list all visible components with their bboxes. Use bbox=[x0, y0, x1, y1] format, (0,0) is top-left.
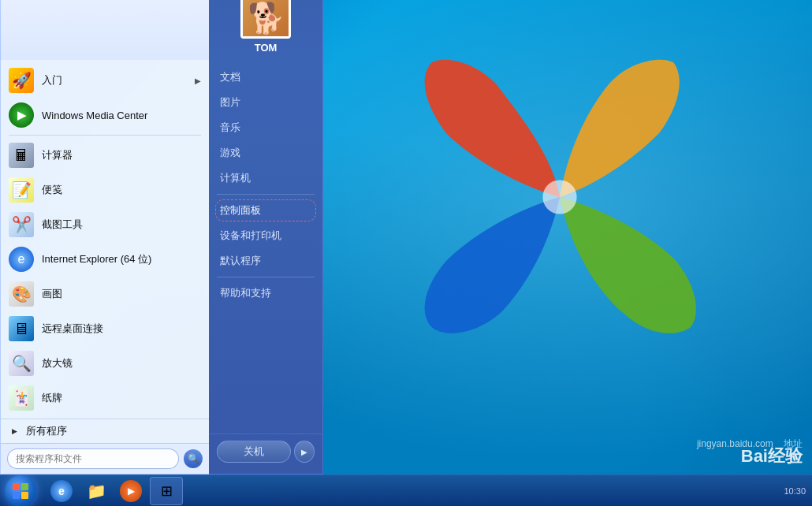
notepad-icon: 📝 bbox=[9, 177, 34, 203]
svg-point-0 bbox=[542, 180, 576, 214]
solitaire-label: 纸牌 bbox=[42, 391, 62, 405]
right-menu-pictures[interactable]: 图片 bbox=[209, 90, 322, 115]
taskbar-wmp[interactable]: ▶ bbox=[115, 477, 147, 505]
right-menu-help[interactable]: 帮助和支持 bbox=[209, 281, 322, 306]
right-menu-devices[interactable]: 设备和打印机 bbox=[209, 223, 322, 248]
taskbar-wmp-icon: ▶ bbox=[120, 480, 142, 502]
desktop: Bai经验 jingyan.baidu.com 地址 🐕 TOM bbox=[0, 0, 812, 506]
search-button[interactable]: 🔍 bbox=[184, 449, 203, 468]
taskbar: e 📁 ▶ ⊞ 10:30 bbox=[0, 474, 812, 506]
right-menu-music[interactable]: 音乐 bbox=[209, 115, 322, 140]
right-menu-documents[interactable]: 文档 bbox=[209, 65, 322, 90]
taskbar-right: 10:30 bbox=[784, 486, 812, 496]
magnifier-label: 放大镜 bbox=[42, 356, 73, 370]
menu-body: 🚀 入门 ▶ ▶ Windows Media Center bbox=[0, 60, 323, 474]
start-button[interactable] bbox=[0, 475, 41, 507]
rdp-label: 远程桌面连接 bbox=[42, 322, 103, 336]
start-orb bbox=[5, 475, 36, 507]
shutdown-arrow-button[interactable]: ▶ bbox=[294, 441, 315, 463]
wmc-icon: ▶ bbox=[9, 102, 34, 128]
getting-started-arrow: ▶ bbox=[195, 76, 201, 85]
menu-item-rdp[interactable]: 🖥 远程桌面连接 bbox=[1, 311, 209, 346]
taskbar-special-icon: ⊞ bbox=[155, 480, 177, 502]
snipping-icon: ✂️ bbox=[9, 212, 34, 237]
menu-header: 🐕 TOM bbox=[0, 0, 323, 60]
menu-item-solitaire[interactable]: 🃏 纸牌 bbox=[1, 381, 209, 415]
calculator-icon: 🖩 bbox=[9, 143, 34, 168]
svg-rect-4 bbox=[21, 492, 28, 499]
menu-item-notepad[interactable]: 📝 便笺 bbox=[1, 173, 209, 207]
calculator-label: 计算器 bbox=[42, 148, 73, 162]
spacer bbox=[209, 306, 322, 433]
taskbar-ie-icon: e bbox=[50, 480, 73, 502]
user-avatar: 🐕 bbox=[240, 0, 291, 39]
menu-item-calculator[interactable]: 🖩 计算器 bbox=[1, 138, 209, 173]
taskbar-time: 10:30 bbox=[784, 486, 806, 496]
magnifier-icon: 🔍 bbox=[9, 351, 34, 376]
menu-item-magnifier[interactable]: 🔍 放大镜 bbox=[1, 346, 209, 381]
rdp-icon: 🖥 bbox=[9, 316, 34, 341]
all-programs-item[interactable]: ▶ 所有程序 bbox=[1, 419, 209, 443]
windows-start-icon bbox=[12, 482, 29, 500]
snipping-label: 截图工具 bbox=[42, 218, 83, 232]
username-label: TOM bbox=[255, 39, 277, 60]
right-menu-control-panel[interactable]: 控制面板 bbox=[209, 198, 322, 223]
start-menu: 🐕 TOM 🚀 入门 ▶ bbox=[0, 0, 323, 474]
notepad-label: 便笺 bbox=[42, 183, 62, 197]
taskbar-ie[interactable]: e bbox=[46, 477, 77, 505]
getting-started-label: 入门 bbox=[42, 73, 62, 87]
menu-header-left bbox=[0, 0, 209, 60]
taskbar-explorer[interactable]: 📁 bbox=[80, 477, 112, 505]
menu-header-right: 🐕 TOM bbox=[209, 0, 323, 60]
svg-rect-3 bbox=[13, 492, 20, 499]
ie-label: Internet Explorer (64 位) bbox=[42, 252, 151, 266]
menu-body-left: 🚀 入门 ▶ ▶ Windows Media Center bbox=[0, 60, 209, 474]
wmc-label: Windows Media Center bbox=[42, 110, 147, 121]
right-menu-default-programs[interactable]: 默认程序 bbox=[209, 248, 322, 273]
windows-logo bbox=[418, 55, 702, 339]
app-list: 🚀 入门 ▶ ▶ Windows Media Center bbox=[1, 60, 209, 419]
all-programs-arrow: ▶ bbox=[9, 426, 20, 437]
search-input[interactable] bbox=[7, 448, 179, 469]
all-programs-label: 所有程序 bbox=[26, 424, 67, 438]
menu-body-right: 文档 图片 音乐 游戏 计算机 控制面板 设备和打印机 默认程序 帮助和支持 关 bbox=[209, 60, 323, 474]
paint-label: 画图 bbox=[42, 287, 62, 301]
shutdown-button[interactable]: 关机 bbox=[217, 441, 291, 463]
menu-item-ie[interactable]: e Internet Explorer (64 位) bbox=[1, 242, 209, 277]
svg-rect-2 bbox=[21, 483, 28, 490]
svg-rect-1 bbox=[13, 483, 20, 490]
baidu-url: jingyan.baidu.com 地址 bbox=[697, 437, 803, 451]
menu-divider-1 bbox=[9, 135, 201, 136]
ie-icon: e bbox=[9, 247, 34, 272]
menu-item-paint[interactable]: 🎨 画图 bbox=[1, 277, 209, 311]
right-menu-computer[interactable]: 计算机 bbox=[209, 166, 322, 191]
paint-icon: 🎨 bbox=[9, 281, 34, 307]
getting-started-icon: 🚀 bbox=[9, 68, 34, 93]
right-menu-games[interactable]: 游戏 bbox=[209, 140, 322, 166]
avatar-image: 🐕 bbox=[243, 0, 289, 36]
shutdown-area: 关机 ▶ bbox=[209, 433, 322, 469]
right-divider-2 bbox=[217, 277, 315, 277]
taskbar-explorer-icon: 📁 bbox=[85, 480, 107, 502]
menu-item-snipping[interactable]: ✂️ 截图工具 bbox=[1, 207, 209, 242]
solitaire-icon: 🃏 bbox=[9, 385, 34, 411]
menu-item-wmc[interactable]: ▶ Windows Media Center bbox=[1, 98, 209, 132]
menu-item-getting-started[interactable]: 🚀 入门 ▶ bbox=[1, 63, 209, 98]
search-area: 🔍 bbox=[1, 443, 209, 474]
right-divider-1 bbox=[217, 194, 315, 195]
taskbar-special[interactable]: ⊞ bbox=[150, 477, 183, 505]
taskbar-items: e 📁 ▶ ⊞ bbox=[41, 475, 784, 506]
